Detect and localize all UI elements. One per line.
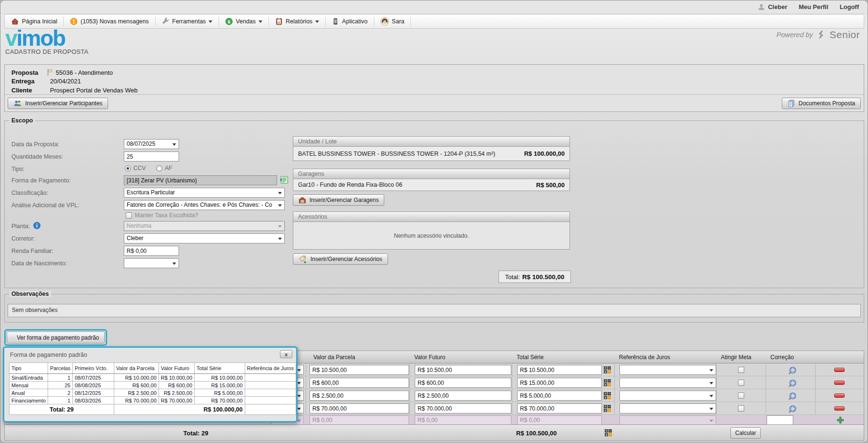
- total-serie-input[interactable]: [517, 415, 602, 425]
- remove-row-button[interactable]: [834, 406, 845, 411]
- valor-futuro-input[interactable]: [415, 365, 511, 375]
- remove-row-button[interactable]: [834, 381, 845, 385]
- total-serie-input[interactable]: [517, 378, 602, 388]
- chevron-down-icon: [278, 204, 282, 207]
- ref-juros-select[interactable]: [619, 403, 716, 413]
- valor-futuro-input[interactable]: [415, 391, 511, 401]
- col-correcao: Correção: [770, 354, 794, 361]
- correcao-zoom-icon[interactable]: [788, 378, 798, 388]
- toolbar-messages[interactable]: (1053) Novas mensagens: [64, 15, 155, 28]
- proposal-documents-button[interactable]: Documentos Proposta: [782, 98, 861, 109]
- remove-row-button[interactable]: [834, 368, 845, 372]
- correcao-zoom-icon[interactable]: [788, 404, 798, 413]
- data-proposta-select[interactable]: 08/07/2025: [124, 139, 179, 149]
- valor-parcela-input[interactable]: [309, 378, 409, 388]
- atingir-meta-checkbox[interactable]: [738, 367, 744, 373]
- ref-juros-select[interactable]: [619, 378, 716, 388]
- ver-forma-pagamento-button[interactable]: Ver forma de pagamento padrão: [7, 332, 105, 343]
- chevron-down-icon: [259, 20, 262, 23]
- unidade-panel-header: Unidade / Lote: [293, 136, 570, 147]
- valor-parcela-input[interactable]: [309, 403, 409, 413]
- renda-input[interactable]: [124, 246, 179, 256]
- toolbar-sales[interactable]: $ Vendas: [219, 15, 269, 28]
- info-icon[interactable]: [33, 222, 40, 229]
- page-title: CADASTRO DE PROPOSTA: [5, 48, 89, 55]
- home-icon: [11, 18, 19, 25]
- classificacao-select[interactable]: Escritura Particular: [124, 188, 285, 198]
- atingir-meta-checkbox[interactable]: [738, 405, 744, 412]
- valor-futuro-input[interactable]: [415, 403, 511, 413]
- forma-pagamento-popup: Forma de pagamento padrão x Tipo Parcela…: [3, 346, 298, 423]
- unidade-row: BATEL BUSSINESS TOWER - BUSSINESS TOWER …: [293, 147, 570, 161]
- proposal-buttons-band: Inserir/Gerenciar Participantes Document…: [5, 94, 864, 111]
- senior-logo-icon: [817, 30, 825, 40]
- manage-garagens-button[interactable]: Inserir/Gerenciar Garagens: [293, 194, 384, 206]
- tipo-ccv-option[interactable]: CCV: [125, 165, 146, 171]
- chevron-down-icon: [278, 238, 282, 240]
- corretor-select[interactable]: Cleber: [124, 233, 285, 243]
- current-user[interactable]: Cleber: [758, 3, 787, 11]
- col-valor-parcela: Valor da Parcela: [313, 354, 355, 361]
- chevron-down-icon: [297, 369, 301, 372]
- forma-pagamento-label: Forma de Pagamento:: [11, 177, 70, 184]
- remove-row-button[interactable]: [834, 393, 845, 398]
- tipo-af-option[interactable]: AF: [156, 165, 172, 171]
- manage-acessorios-button[interactable]: Inserir/Gerenciar Acessórios: [293, 253, 388, 265]
- manter-taxa-checkbox[interactable]: [126, 212, 132, 219]
- popup-close-button[interactable]: x: [280, 350, 292, 358]
- valor-futuro-input[interactable]: [415, 378, 511, 388]
- add-row-button[interactable]: [837, 416, 844, 424]
- documents-icon: [788, 100, 795, 107]
- valor-parcela-input[interactable]: [309, 365, 409, 375]
- atingir-meta-checkbox[interactable]: [738, 393, 744, 399]
- garagem-name: Gar10 - Fundo de Renda Fixa-Bloco 06: [298, 181, 402, 188]
- garage-icon: [299, 196, 306, 204]
- nascimento-label: Data de Nascimento:: [11, 260, 67, 267]
- calculator-icon[interactable]: +−x=: [604, 379, 611, 386]
- total-serie-input[interactable]: [517, 365, 602, 375]
- popup-title: Forma de pagamento padrão: [10, 352, 87, 358]
- proposal-number-row: Proposta 55036 - Atendimento: [11, 69, 113, 76]
- ref-juros-select[interactable]: [619, 365, 716, 375]
- footer-total-value: R$ 100.500,00: [516, 430, 557, 437]
- calculator-icon[interactable]: +−x=: [604, 405, 611, 412]
- valor-futuro-input[interactable]: [415, 415, 511, 425]
- tipo-af-radio[interactable]: [156, 165, 162, 171]
- correcao-zoom-icon[interactable]: [788, 391, 798, 401]
- valor-parcela-input[interactable]: [309, 391, 409, 401]
- correcao-input[interactable]: [767, 415, 793, 425]
- quantidade-meses-input[interactable]: [124, 151, 179, 161]
- manage-participants-button[interactable]: Inserir/Gerenciar Participantes: [8, 98, 108, 109]
- tipo-ccv-radio[interactable]: [125, 165, 131, 171]
- analise-vpl-select[interactable]: Fatores de Correção - Antes Chaves: e Pó…: [124, 200, 285, 210]
- chevron-down-icon: [278, 225, 282, 228]
- calculator-icon[interactable]: +−x=: [604, 366, 611, 373]
- forma-pagamento-lookup-button[interactable]: [279, 175, 289, 184]
- vimob-logo: vimob: [5, 25, 65, 51]
- calculator-icon[interactable]: +−x=: [605, 429, 612, 436]
- chart-clock-icon: [12, 333, 13, 342]
- calculator-icon[interactable]: +−x=: [604, 392, 611, 399]
- ref-juros-select[interactable]: [619, 391, 716, 401]
- alert-icon: [70, 18, 78, 25]
- main-toolbar: Página Inicial (1053) Novas mensagens Fe…: [4, 14, 864, 29]
- user-strip: Cleber Meu Perfil Logoff: [0, 0, 868, 14]
- nascimento-select[interactable]: [124, 258, 179, 268]
- close-icon: x: [285, 352, 288, 357]
- proposal-number: 55036 - Atendimento: [56, 69, 113, 76]
- valor-parcela-input[interactable]: [309, 415, 409, 425]
- toolbar-reports[interactable]: Relatórios: [269, 15, 325, 28]
- meu-perfil-link[interactable]: Meu Perfil: [798, 3, 828, 10]
- manter-taxa-option[interactable]: Manter Taxa Escolhida?: [126, 212, 198, 219]
- toolbar-app[interactable]: Aplicativo: [326, 15, 374, 28]
- total-serie-input[interactable]: [517, 391, 602, 401]
- logoff-link[interactable]: Logoff: [840, 3, 859, 10]
- toolbar-tools[interactable]: Ferramentas: [156, 15, 219, 28]
- atingir-meta-checkbox[interactable]: [738, 380, 744, 386]
- toolbar-user-sara[interactable]: Sara: [374, 15, 410, 28]
- observacoes-text: Sem observações: [8, 304, 861, 317]
- correcao-zoom-icon[interactable]: [788, 365, 798, 375]
- calcular-button[interactable]: Calcular: [730, 427, 761, 439]
- total-serie-input[interactable]: [517, 403, 602, 413]
- planta-select: Nenhuma: [124, 221, 285, 231]
